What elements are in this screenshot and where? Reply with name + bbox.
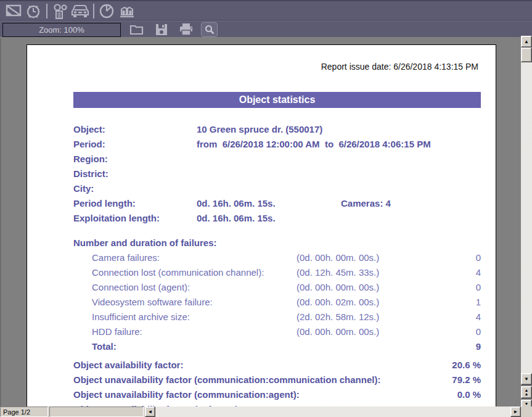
cameras-count: Cameras: 4 xyxy=(341,198,391,208)
failures-table: Camera failures: (0d. 00h. 00m. 00s.) 0 … xyxy=(73,252,481,356)
vertical-scroll-thumb[interactable] xyxy=(521,47,532,62)
info-row: Region: xyxy=(73,154,481,168)
failure-row: HDD failure: (0d. 00h. 00m. 00s.) 0 xyxy=(73,326,481,341)
report-issue-date: Report issue date: 6/26/2018 4:13:15 PM xyxy=(73,62,481,72)
arrow-left-icon: ◄ xyxy=(148,410,153,415)
report-info-block: Object: 10 Green spruce dr. (550017) Per… xyxy=(73,124,481,228)
report-title: Object statistics xyxy=(239,94,316,105)
report-viewer-window: Zoom: 100% xyxy=(0,0,532,417)
save-icon[interactable] xyxy=(152,22,171,38)
vertical-scroll-track[interactable] xyxy=(521,62,532,373)
status-bar: Page 1/2 ◄ ► xyxy=(0,407,532,417)
scroll-left-button[interactable]: ◄ xyxy=(145,407,155,417)
info-row: Period: from 6/26/2018 12:00:00 AM to 6/… xyxy=(73,139,481,154)
scroll-up-button[interactable]: ▲ xyxy=(521,36,532,47)
failures-section-header: Number and duration of failures: xyxy=(73,237,481,252)
factor-row: Object unavailability factor (communicat… xyxy=(73,389,481,404)
preview-workspace: Report issue date: 6/26/2018 4:13:15 PM … xyxy=(0,38,521,407)
horizontal-scrollbar[interactable]: ◄ ► xyxy=(145,407,521,417)
info-row: Object: 10 Green spruce dr. (550017) xyxy=(73,124,481,139)
factors-block: Object availability factor: 20.6 % Objec… xyxy=(73,360,481,407)
failure-row: Videosystem software failure: (0d. 00h. … xyxy=(73,297,481,312)
horizontal-scroll-track[interactable] xyxy=(155,407,510,417)
status-panel-empty xyxy=(49,407,144,417)
previous-page-button[interactable]: ▲▲ xyxy=(521,386,532,398)
zoom-level-box[interactable]: Zoom: 100% xyxy=(2,23,121,37)
alarm-clock-icon[interactable] xyxy=(23,3,43,19)
vertical-scrollbar[interactable]: ▲ ▼ ▲▲ ▼▼ xyxy=(521,36,532,417)
open-folder-icon[interactable] xyxy=(127,22,147,38)
toolbar-separator xyxy=(46,4,47,19)
preview-magnifier-icon[interactable] xyxy=(201,22,218,37)
report-title-banner: Object statistics xyxy=(73,92,481,108)
zoom-level-label: Zoom: 100% xyxy=(39,25,84,35)
failure-row: Insufficient archive size: (2d. 02h. 58m… xyxy=(73,312,481,326)
report-page: Report issue date: 6/26/2018 4:13:15 PM … xyxy=(27,44,496,407)
toolbar: Zoom: 100% xyxy=(0,0,532,37)
factor-row: Object availability factor: 20.6 % xyxy=(73,360,481,374)
pie-chart-icon[interactable] xyxy=(97,3,117,19)
failure-row: Connection lost (communication channel):… xyxy=(73,267,481,282)
scrollbar-corner xyxy=(521,407,532,417)
page-indicator-panel: Page 1/2 xyxy=(0,407,48,417)
double-arrow-up-icon: ▲▲ xyxy=(525,389,529,396)
scroll-right-button[interactable]: ► xyxy=(510,407,521,417)
info-row: District: xyxy=(73,168,481,183)
car-icon[interactable] xyxy=(70,3,90,19)
toolbar-separator xyxy=(93,4,94,19)
failure-row: Camera failures: (0d. 00h. 00m. 00s.) 0 xyxy=(73,252,481,267)
info-row: City: xyxy=(73,183,481,198)
recorder-reel-icon[interactable] xyxy=(51,3,70,19)
scroll-down-button[interactable]: ▼ xyxy=(521,373,532,385)
toolbar-row-main xyxy=(0,2,532,20)
failure-row: Connection lost (agent): (0d. 00h. 00m. … xyxy=(73,282,481,297)
factor-row: Object unavailability factor (communicat… xyxy=(73,374,481,389)
info-row: Exploitation length: 0d. 16h. 06m. 15s. xyxy=(73,213,481,228)
failures-total-row: Total: 9 xyxy=(73,341,481,356)
arrow-right-icon: ► xyxy=(514,410,518,415)
arrow-up-icon: ▲ xyxy=(524,39,529,44)
arrow-down-icon: ▼ xyxy=(524,377,529,382)
info-row: Period length: 0d. 16h. 06m. 15s. Camera… xyxy=(73,198,481,213)
print-icon[interactable] xyxy=(176,22,196,38)
monitor-off-icon[interactable] xyxy=(4,3,23,19)
toolbar-row-preview: Zoom: 100% xyxy=(0,21,532,38)
page-indicator: Page 1/2 xyxy=(3,408,30,416)
bar-chart-icon[interactable] xyxy=(117,3,137,19)
